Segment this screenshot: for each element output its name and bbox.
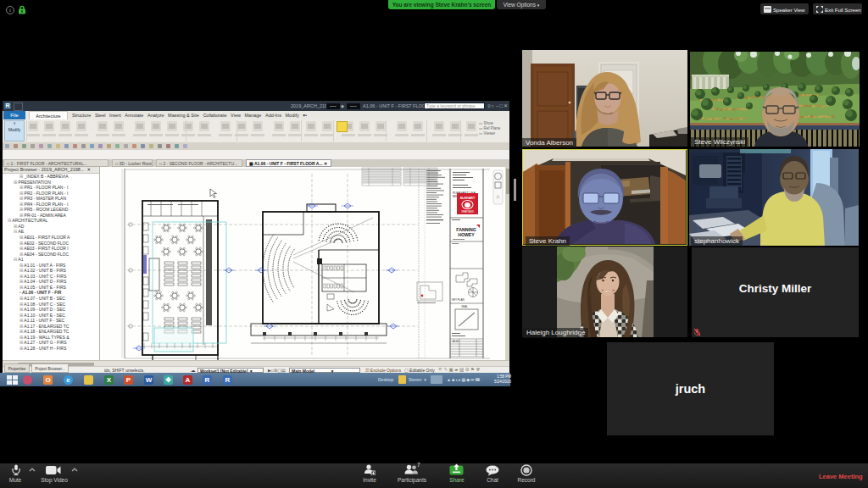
svg-text:A1.06: A1.06: [453, 340, 459, 343]
svg-text:ELKHART: ELKHART: [460, 197, 476, 200]
svg-text:△: △: [497, 193, 500, 198]
svg-text:HOWEY: HOWEY: [458, 232, 475, 237]
svg-text:KEY PLAN: KEY PLAN: [452, 298, 465, 302]
svg-text:SEAL: SEAL: [461, 305, 468, 308]
svg-text:SPARTANS: SPARTANS: [461, 210, 474, 214]
